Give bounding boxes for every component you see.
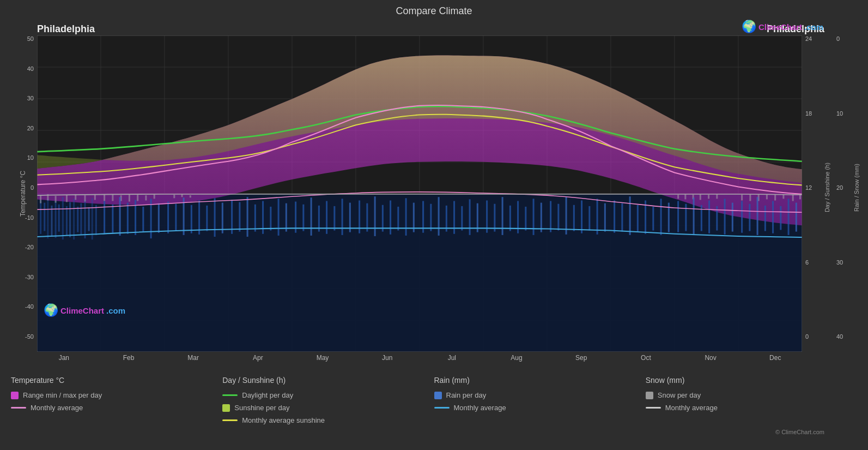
svg-rect-129 bbox=[573, 205, 575, 231]
svg-rect-45 bbox=[94, 195, 96, 200]
legend-label-rain-per-day: Rain per day bbox=[446, 391, 487, 399]
x-tick-oct: Oct bbox=[614, 354, 678, 362]
svg-rect-41 bbox=[55, 196, 57, 202]
legend-area: Temperature °C Range min / max per day M… bbox=[0, 368, 868, 429]
legend-item-monthly-avg-rain: Monthly average bbox=[434, 404, 646, 412]
svg-rect-115 bbox=[461, 206, 463, 231]
y-right-sunshine-12: 12 bbox=[805, 184, 821, 191]
y-tick-10: 10 bbox=[27, 154, 34, 161]
svg-rect-79 bbox=[175, 204, 177, 231]
svg-rect-156 bbox=[788, 199, 790, 235]
legend-line-daylight bbox=[222, 394, 238, 396]
y-axis-left-label: Temperature °C bbox=[19, 171, 27, 217]
svg-rect-55 bbox=[190, 195, 191, 197]
legend-swatch-snow bbox=[646, 392, 653, 399]
svg-rect-140 bbox=[660, 199, 662, 235]
svg-rect-27 bbox=[55, 201, 57, 238]
svg-rect-93 bbox=[286, 203, 287, 232]
svg-rect-62 bbox=[741, 195, 743, 200]
svg-rect-31 bbox=[69, 202, 71, 237]
svg-rect-139 bbox=[652, 207, 654, 231]
svg-rect-107 bbox=[397, 207, 399, 231]
x-tick-aug: Aug bbox=[484, 354, 549, 362]
svg-rect-46 bbox=[104, 194, 105, 201]
svg-rect-42 bbox=[66, 195, 68, 202]
svg-rect-100 bbox=[342, 199, 343, 235]
svg-rect-72 bbox=[119, 197, 121, 236]
svg-rect-84 bbox=[214, 198, 216, 237]
svg-rect-35 bbox=[84, 200, 86, 238]
legend-title-sunshine: Day / Sunshine (h) bbox=[222, 376, 434, 385]
svg-rect-50 bbox=[137, 195, 138, 201]
svg-rect-28 bbox=[58, 205, 60, 232]
svg-rect-81 bbox=[191, 205, 192, 233]
svg-rect-59 bbox=[700, 194, 701, 200]
x-tick-feb: Feb bbox=[96, 354, 161, 362]
svg-rect-39 bbox=[40, 195, 41, 203]
svg-rect-142 bbox=[677, 201, 679, 232]
svg-rect-111 bbox=[430, 204, 432, 231]
y-tick-30: 30 bbox=[27, 95, 34, 101]
svg-rect-68 bbox=[792, 195, 794, 201]
svg-rect-114 bbox=[453, 201, 455, 234]
svg-rect-82 bbox=[198, 200, 200, 234]
legend-item-monthly-avg-snow: Monthly average bbox=[646, 404, 857, 412]
y-tick-0: 0 bbox=[31, 184, 34, 191]
legend-label-monthly-avg-rain: Monthly average bbox=[454, 404, 506, 412]
legend-line-monthly-avg-rain bbox=[434, 407, 450, 409]
legend-item-range: Range min / max per day bbox=[11, 391, 222, 399]
svg-rect-157 bbox=[796, 203, 797, 232]
svg-rect-30 bbox=[66, 206, 68, 236]
svg-rect-52 bbox=[154, 194, 155, 199]
svg-rect-73 bbox=[127, 203, 129, 234]
legend-swatch-range bbox=[11, 392, 19, 399]
svg-rect-85 bbox=[222, 203, 223, 233]
legend-label-range: Range min / max per day bbox=[23, 391, 102, 399]
svg-rect-108 bbox=[405, 198, 407, 236]
svg-rect-51 bbox=[145, 195, 147, 200]
svg-rect-155 bbox=[780, 206, 781, 230]
legend-col-sunshine: Day / Sunshine (h) Daylight per day Suns… bbox=[222, 376, 434, 424]
legend-item-rain-per-day: Rain per day bbox=[434, 391, 646, 399]
svg-rect-92 bbox=[278, 199, 280, 236]
legend-col-snow: Snow (mm) Snow per day Monthly average bbox=[646, 376, 857, 424]
svg-rect-87 bbox=[239, 202, 240, 232]
svg-rect-130 bbox=[581, 200, 582, 233]
x-tick-apr: Apr bbox=[226, 354, 290, 362]
page-title: Compare Climate bbox=[0, 0, 868, 19]
svg-rect-75 bbox=[142, 207, 144, 232]
legend-line-monthly-avg-snow bbox=[646, 407, 661, 409]
chart-svg bbox=[37, 35, 802, 352]
svg-rect-120 bbox=[502, 197, 503, 235]
legend-swatch-sunshine bbox=[222, 404, 230, 412]
svg-rect-77 bbox=[158, 203, 160, 233]
svg-rect-152 bbox=[757, 197, 758, 235]
y-tick-50: 50 bbox=[27, 35, 34, 42]
legend-line-monthly-avg-temp bbox=[11, 407, 26, 409]
svg-rect-153 bbox=[764, 206, 766, 231]
legend-item-snow-per-day: Snow per day bbox=[646, 391, 857, 399]
svg-rect-70 bbox=[104, 201, 105, 234]
svg-rect-143 bbox=[685, 204, 687, 231]
svg-rect-83 bbox=[206, 206, 208, 231]
svg-rect-23 bbox=[40, 200, 41, 233]
svg-rect-53 bbox=[173, 195, 175, 198]
svg-rect-26 bbox=[51, 206, 52, 237]
x-tick-sep: Sep bbox=[549, 354, 614, 362]
y-axis-right-rain-label: Rain / Snow (mm) bbox=[853, 164, 860, 212]
chart-area bbox=[37, 35, 802, 352]
y-tick-n50: -50 bbox=[25, 333, 34, 340]
svg-rect-71 bbox=[112, 205, 113, 233]
legend-col-temperature: Temperature °C Range min / max per day M… bbox=[11, 376, 222, 424]
svg-rect-25 bbox=[47, 199, 48, 238]
legend-label-monthly-avg-sunshine: Monthly average sunshine bbox=[242, 416, 325, 424]
svg-rect-89 bbox=[254, 205, 256, 232]
svg-rect-136 bbox=[629, 196, 631, 235]
legend-label-monthly-avg-snow: Monthly average bbox=[665, 404, 718, 412]
svg-rect-146 bbox=[708, 200, 710, 233]
x-tick-mar: Mar bbox=[161, 354, 226, 362]
svg-rect-96 bbox=[311, 197, 312, 236]
x-tick-jun: Jun bbox=[355, 354, 420, 362]
y-right-sunshine-0: 0 bbox=[805, 333, 821, 340]
legend-title-snow: Snow (mm) bbox=[646, 376, 857, 385]
